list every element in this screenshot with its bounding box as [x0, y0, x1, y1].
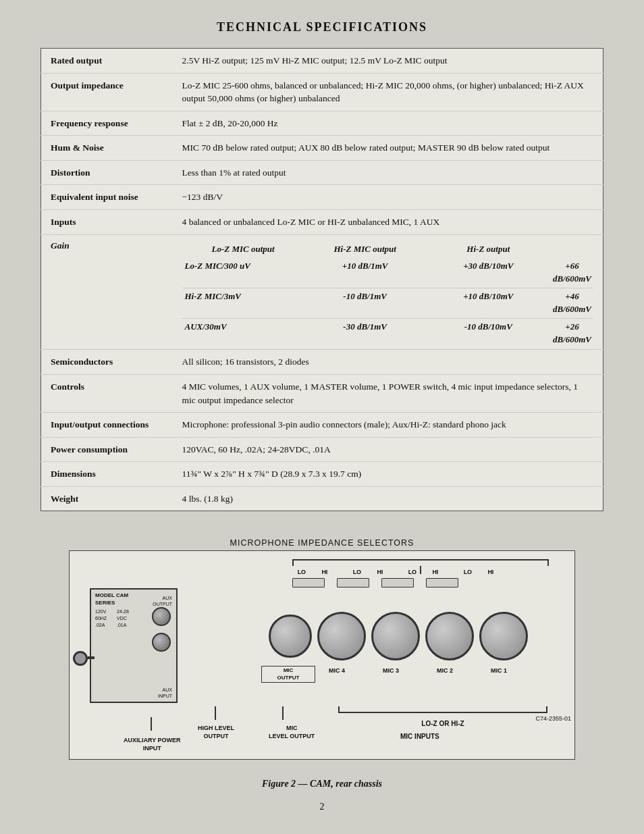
loz-bracket-right — [546, 706, 547, 713]
spec-label-dimensions: Dimensions — [41, 462, 173, 487]
spec-row-inputs: Inputs 4 balanced or unbalanced Lo-Z MIC… — [41, 209, 603, 234]
spec-row-dimensions: Dimensions 11¾" W x 2⅞" H x 7¾" D (28.9 … — [41, 462, 603, 487]
loz-hiz-label: LO-Z OR HI-Z — [338, 720, 547, 727]
aux-power-vline — [151, 717, 152, 731]
gain-row1-col2: +10 dB/10mV — [426, 288, 551, 319]
spec-value-semiconductors: All silicon; 16 transistors, 2 diodes — [173, 350, 603, 375]
spec-row-semiconductors: Semiconductors All silicon; 16 transisto… — [41, 350, 603, 375]
diagram-container: LOHI LOHI LOHI LOHI MODEL CAM SERIES — [69, 550, 575, 760]
lohi-label-group: LOHI LOHI LOHI LOHI — [290, 569, 502, 575]
lohi-pair-4: LOHI — [456, 569, 502, 575]
gain-header-row: Gain Lo-Z MIC output Hi-Z MIC output Hi-… — [41, 234, 603, 350]
cable-line — [88, 656, 95, 659]
selector-switch-1[interactable] — [292, 578, 325, 588]
knob-row — [269, 612, 528, 660]
c74-label: C74-2355-01 — [535, 715, 571, 722]
left-panel-model: MODEL CAM SERIES — [95, 592, 128, 606]
gain-row0-col1: +10 dB/1mV — [304, 258, 426, 288]
gain-col1-header: Lo-Z MIC output — [182, 239, 304, 259]
spec-value-hum-noise: MIC 70 dB below rated output; AUX 80 dB … — [173, 136, 603, 161]
left-panel-power-info: 120V60HZ.02A — [95, 608, 107, 628]
gain-row-2: AUX/30mV -30 dB/1mV -10 dB/10mV +26 dB/6… — [182, 318, 594, 348]
mic2-label: MIC 2 — [421, 667, 469, 674]
left-panel: MODEL CAM SERIES AUXOUTPUT 120V60HZ.02A … — [90, 588, 178, 703]
gain-row1-col1: -10 dB/1mV — [304, 288, 426, 319]
selector-switch-3[interactable] — [381, 578, 414, 588]
spec-row-controls: Controls 4 MIC volumes, 1 AUX volume, 1 … — [41, 374, 603, 412]
small-knob-bottom[interactable] — [152, 633, 171, 652]
cable-connector — [73, 651, 88, 666]
spec-label-weight: Weight — [41, 486, 173, 511]
gain-col3-header: Hi-Z output — [426, 239, 551, 259]
spec-value-frequency-response: Flat ± 2 dB, 20-20,000 Hz — [173, 111, 603, 136]
gain-row2-col3: +26 dB/600mV — [551, 318, 593, 348]
selector-switch-4[interactable] — [426, 578, 458, 588]
spec-row-io-connections: Input/output connections Microphone: pro… — [41, 413, 603, 438]
knob-mic-2[interactable] — [425, 612, 474, 660]
bracket-right-drop — [547, 559, 549, 566]
page-number: 2 — [320, 802, 325, 812]
figure-section: MICROPHONE IMPEDANCE SELECTORS LOHI LOHI… — [41, 538, 603, 789]
spec-row-weight: Weight 4 lbs. (1.8 kg) — [41, 486, 603, 511]
gain-row1-col3: +46 dB/600mV — [551, 288, 593, 319]
knob-mic-3[interactable] — [371, 612, 420, 660]
spec-label-hum-noise: Hum & Noise — [41, 136, 173, 161]
spec-value-output-impedance: Lo-Z MIC 25-600 ohms, balanced or unbala… — [173, 73, 603, 111]
spec-label-power: Power consumption — [41, 437, 173, 462]
loz-bracket-line — [338, 712, 547, 713]
spec-label-inputs: Inputs — [41, 209, 173, 234]
spec-value-dimensions: 11¾" W x 2⅞" H x 7¾" D (28.9 x 7.3 x 19.… — [173, 462, 603, 487]
spec-value-rated-output: 2.5V Hi-Z output; 125 mV Hi-Z MIC output… — [173, 49, 603, 74]
spec-value-distortion: Less than 1% at rated output — [173, 160, 603, 185]
spec-value-equiv-input-noise: −123 dB/V — [173, 185, 603, 210]
left-panel-aux-label: AUXOUTPUT — [153, 595, 172, 607]
left-panel-vdc-info: 24-28VDC.01A — [117, 608, 129, 628]
spec-row-rated-output: Rated output 2.5V Hi-Z output; 125 mV Hi… — [41, 49, 603, 74]
mic3-label: MIC 3 — [367, 667, 415, 674]
small-knob-top[interactable] — [152, 607, 171, 626]
lohi-pair-2: LOHI — [345, 569, 391, 575]
spec-row-power: Power consumption 120VAC, 60 Hz, .02A; 2… — [41, 437, 603, 462]
spec-label-io-connections: Input/output connections — [41, 413, 173, 438]
high-level-vline — [215, 706, 216, 720]
mic-level-vline — [282, 706, 284, 720]
spec-value-power: 120VAC, 60 Hz, .02A; 24-28VDC, .01A — [173, 437, 603, 462]
spec-value-weight: 4 lbs. (1.8 kg) — [173, 486, 603, 511]
figure-title-top: MICROPHONE IMPEDANCE SELECTORS — [230, 538, 414, 548]
spec-label-controls: Controls — [41, 374, 173, 412]
left-panel-aux-input-label: AUXINPUT — [158, 687, 172, 699]
spec-label-equiv-input-noise: Equivalent input noise — [41, 185, 173, 210]
spec-row-output-impedance: Output impedance Lo-Z MIC 25-600 ohms, b… — [41, 73, 603, 111]
spec-label-semiconductors: Semiconductors — [41, 350, 173, 375]
gain-row0-col3: +66 dB/600mV — [551, 258, 593, 288]
high-level-output-label: HIGH LEVELOUTPUT — [198, 725, 234, 740]
knob-mic-1[interactable] — [479, 612, 528, 660]
gain-row1-label: Hi-Z MIC/3mV — [182, 288, 304, 319]
gain-row2-col2: -10 dB/10mV — [426, 318, 551, 348]
selector-switches-group — [292, 578, 458, 588]
gain-row0-label: Lo-Z MIC/300 uV — [182, 258, 304, 288]
mic-output-badge: MICOUTPUT — [261, 666, 315, 683]
figure-caption: Figure 2 — CAM, rear chassis — [262, 779, 382, 789]
gain-row0-col2: +30 dB/10mV — [426, 258, 551, 288]
selector-switch-2[interactable] — [337, 578, 369, 588]
aux-power-input-label: AUXILIARY POWERINPUT — [124, 737, 181, 752]
bracket-top-line — [292, 559, 549, 561]
spec-row-hum-noise: Hum & Noise MIC 70 dB below rated output… — [41, 136, 603, 161]
knob-mic-output[interactable] — [269, 615, 312, 658]
spec-row-distortion: Distortion Less than 1% at rated output — [41, 160, 603, 185]
spec-table: Rated output 2.5V Hi-Z output; 125 mV Hi… — [41, 48, 603, 511]
mic1-label: MIC 1 — [475, 667, 523, 674]
left-panel-small-knobs — [152, 607, 171, 652]
loz-bracket-left — [338, 706, 340, 713]
mic-bottom-labels: MIC 4 MIC 3 MIC 2 MIC 1 — [313, 667, 523, 674]
lohi-pair-1: LOHI — [290, 569, 336, 575]
spec-label-rated-output: Rated output — [41, 49, 173, 74]
lohi-pair-3: LOHI — [400, 569, 446, 575]
spec-value-controls: 4 MIC volumes, 1 AUX volume, 1 MASTER vo… — [173, 374, 603, 412]
mic-inputs-label: MIC INPUTS — [400, 733, 439, 740]
knob-mic-4[interactable] — [317, 612, 366, 660]
gain-row-0: Lo-Z MIC/300 uV +10 dB/1mV +30 dB/10mV +… — [182, 258, 594, 288]
gain-col-headers: Lo-Z MIC output Hi-Z MIC output Hi-Z out… — [182, 239, 594, 259]
spec-label-distortion: Distortion — [41, 160, 173, 185]
